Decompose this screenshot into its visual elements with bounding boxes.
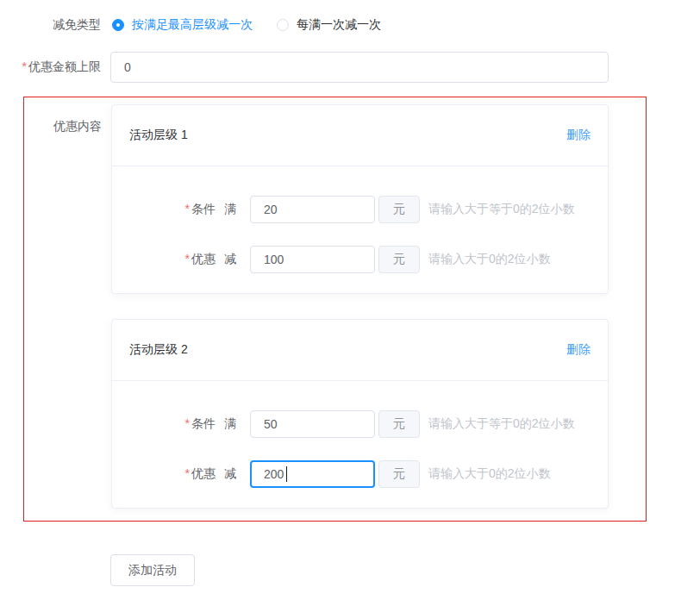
tier-card-2-delete-link[interactable]: 删除: [566, 342, 591, 358]
promotion-form: 减免类型 按满足最高层级减一次 每满一次减一次 *优惠金额上限 优惠内容 活动层…: [0, 0, 700, 586]
radio-label[interactable]: 每满一次减一次: [297, 17, 381, 33]
unit-addon: 元: [378, 246, 420, 273]
tier-card-2-header: 活动层级 2 删除: [112, 320, 608, 381]
input-hint: 请输入大于等于0的2位小数: [428, 202, 575, 217]
condition-amount-input[interactable]: [250, 196, 375, 223]
tier-card-2-title: 活动层级 2: [129, 342, 188, 358]
add-activity-button[interactable]: 添加活动: [110, 554, 195, 586]
required-marker: *: [185, 416, 190, 430]
max-discount-label: *优惠金额上限: [0, 59, 101, 75]
discount-row: *优惠减 元 请输入大于0的2位小数: [129, 246, 591, 273]
condition-amount-input[interactable]: [250, 410, 375, 438]
tier-card-2: 活动层级 2 删除 *条件满 元 请输入大于等于0的2位小数: [111, 319, 609, 509]
reduction-type-label: 减免类型: [0, 17, 101, 33]
radio-highest-tier-once[interactable]: 按满足最高层级减一次: [112, 17, 253, 33]
discount-amount-input[interactable]: [250, 246, 375, 273]
radio-selected-icon[interactable]: [112, 19, 124, 31]
condition-input-wrap: [250, 410, 375, 438]
discount-label: *优惠减: [129, 252, 236, 267]
unit-addon: 元: [378, 196, 420, 223]
discount-label: *优惠减: [129, 466, 236, 482]
tier-card-1-body: *条件满 元 请输入大于等于0的2位小数 *优惠减: [112, 166, 608, 293]
required-marker: *: [22, 59, 27, 73]
required-marker: *: [185, 202, 190, 216]
tier-card-2-body: *条件满 元 请输入大于等于0的2位小数 *优惠减: [112, 381, 608, 508]
discount-row: *优惠减 元 请输入大于0的2位小数: [129, 460, 591, 488]
discount-amount-input-focused[interactable]: [250, 460, 375, 488]
tier-card-1-title: 活动层级 1: [129, 128, 188, 143]
unit-addon: 元: [378, 460, 420, 488]
discount-input-wrap: [250, 460, 375, 488]
input-hint: 请输入大于等于0的2位小数: [428, 416, 575, 432]
radio-unselected-icon[interactable]: [277, 19, 289, 31]
unit-addon: 元: [378, 410, 420, 438]
tier-card-1-delete-link[interactable]: 删除: [566, 128, 591, 143]
discount-content-label: 优惠内容: [24, 104, 102, 509]
condition-input-wrap: [250, 196, 375, 223]
tier-cards: 活动层级 1 删除 *条件满 元 请输入大于等于0的2位小数: [111, 104, 609, 509]
tier-card-1: 活动层级 1 删除 *条件满 元 请输入大于等于0的2位小数: [111, 104, 609, 294]
reduction-type-radio-group: 按满足最高层级减一次 每满一次减一次: [112, 17, 381, 33]
condition-label: *条件满: [129, 416, 236, 432]
input-hint: 请输入大于0的2位小数: [428, 466, 551, 482]
text-caret: [286, 466, 287, 482]
tier-card-1-header: 活动层级 1 删除: [112, 105, 608, 166]
discount-content-section: 优惠内容 活动层级 1 删除 *条件满 元: [23, 97, 647, 522]
condition-row: *条件满 元 请输入大于等于0的2位小数: [129, 196, 591, 223]
reduction-type-row: 减免类型 按满足最高层级减一次 每满一次减一次: [0, 17, 700, 33]
max-discount-input[interactable]: [110, 52, 609, 83]
condition-label: *条件满: [129, 202, 236, 217]
radio-label[interactable]: 按满足最高层级减一次: [132, 17, 253, 33]
radio-every-time-once[interactable]: 每满一次减一次: [277, 17, 381, 33]
condition-row: *条件满 元 请输入大于等于0的2位小数: [129, 410, 591, 438]
max-discount-row: *优惠金额上限: [0, 52, 700, 83]
required-marker: *: [185, 252, 190, 266]
input-hint: 请输入大于0的2位小数: [428, 252, 551, 267]
required-marker: *: [185, 466, 190, 480]
discount-input-wrap: [250, 246, 375, 273]
